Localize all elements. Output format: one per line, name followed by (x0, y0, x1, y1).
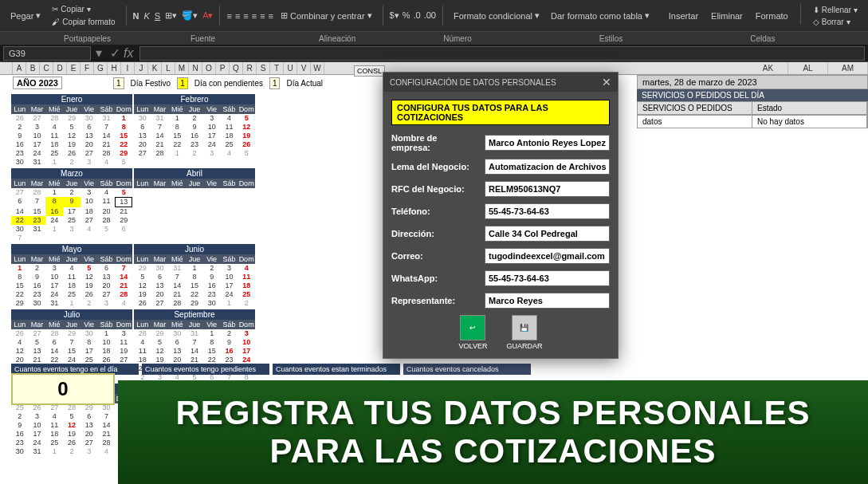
formula-bar[interactable] (139, 46, 865, 61)
fill-button[interactable]: ⬇ Rellenar▾ (809, 4, 862, 16)
conditional-format-button[interactable]: Formato condicional▾ (450, 9, 544, 22)
copy-button[interactable]: ✂ Copiar ▾ (48, 3, 119, 15)
align-top-button[interactable]: ≡ (252, 11, 257, 21)
event-count: 0 (11, 373, 115, 405)
services-col2: Estado (752, 102, 867, 114)
back-icon: ↩ (460, 315, 485, 340)
promo-banner: REGISTRA TUS DATOS PERSONALES PARA LAS C… (118, 380, 868, 484)
guardar-button[interactable]: 💾 GUARDAR (506, 315, 542, 350)
align-center-button[interactable]: ≡ (235, 11, 240, 21)
whatsapp-field[interactable] (485, 270, 610, 286)
format-button[interactable]: Formato (752, 4, 792, 28)
legend-actual-num: 1 (269, 77, 281, 89)
right-panel: martes, 28 de marzo de 2023 SERVICIOS O … (637, 75, 868, 128)
table-format-button[interactable]: Dar formato como tabla▾ (547, 9, 654, 22)
merge-button[interactable]: ⊞ Combinar y centrar ▾ (277, 9, 376, 22)
underline-button[interactable]: S (155, 11, 160, 21)
lema-field[interactable] (485, 159, 610, 175)
legend-actual: Día Actual (286, 79, 323, 88)
dialog-banner: CONFIGURA TUS DATOS PARA LAS COTIZACIONE… (391, 100, 610, 125)
align-middle-button[interactable]: ≡ (260, 11, 265, 21)
year-label: AÑO 2023 (13, 77, 62, 89)
services-col1: SERVICIOS O PEDIDOS (638, 102, 752, 114)
consl-button[interactable]: CONSL (354, 65, 385, 77)
decimal-dec-button[interactable]: .00 (424, 10, 436, 21)
align-bottom-button[interactable]: ≡ (269, 11, 273, 21)
insert-button[interactable]: Insertar (665, 4, 702, 28)
services-title: SERVICIOS O PEDIDOS DEL DÍA (637, 89, 868, 101)
border-button[interactable]: ⊞▾ (165, 10, 177, 21)
volver-button[interactable]: ↩ VOLVER (459, 315, 488, 350)
format-painter-button[interactable]: 🖌 Copiar formato (48, 16, 119, 28)
services-val2: No hay datos (752, 116, 867, 128)
legend-festivo-num: 1 (113, 77, 124, 89)
percent-button[interactable]: % (403, 10, 410, 21)
save-icon: 💾 (512, 315, 537, 340)
clear-button[interactable]: ◇ Borrar▾ (809, 16, 862, 28)
empresa-field[interactable] (485, 135, 610, 151)
legend-pend: Día con pendientes (194, 79, 263, 88)
name-box[interactable] (3, 46, 91, 61)
font-color-button[interactable]: A▾ (202, 10, 213, 21)
correo-field[interactable] (485, 248, 610, 264)
decimal-inc-button[interactable]: .0 (413, 10, 420, 21)
rfc-field[interactable] (485, 181, 610, 197)
ribbon: Pegar ▾ ✂ Copiar ▾ 🖌 Copiar formato N K … (0, 0, 868, 32)
services-val1: datos (638, 116, 752, 128)
direccion-field[interactable] (485, 226, 610, 242)
telefono-field[interactable] (485, 203, 610, 219)
close-icon[interactable]: ✕ (602, 76, 611, 89)
italic-button[interactable]: K (143, 11, 149, 21)
bold-button[interactable]: N (133, 11, 139, 21)
config-dialog: CONFIGURACIÓN DE DATOS PERSONALES ✕ CONF… (383, 72, 619, 359)
paste-button[interactable]: Pegar ▾ (6, 9, 45, 22)
align-right-button[interactable]: ≡ (243, 11, 248, 21)
dialog-title: CONFIGURACIÓN DE DATOS PERSONALES (390, 78, 556, 87)
formula-bar-row: ▾ ✓ fx (0, 45, 868, 62)
representante-field[interactable] (485, 293, 610, 309)
date-header: martes, 28 de marzo de 2023 (637, 75, 868, 89)
currency-button[interactable]: $▾ (390, 10, 399, 21)
align-left-button[interactable]: ≡ (226, 11, 231, 21)
delete-button[interactable]: Eliminar (707, 4, 747, 28)
fx-icon[interactable]: fx (124, 46, 133, 61)
legend-festivo: Día Festivo (131, 79, 171, 88)
ribbon-group-labels: Portapapeles Fuente Alineación Número Es… (0, 32, 868, 45)
legend-pend-num: 1 (177, 77, 188, 89)
fill-color-button[interactable]: 🪣▾ (182, 10, 198, 21)
